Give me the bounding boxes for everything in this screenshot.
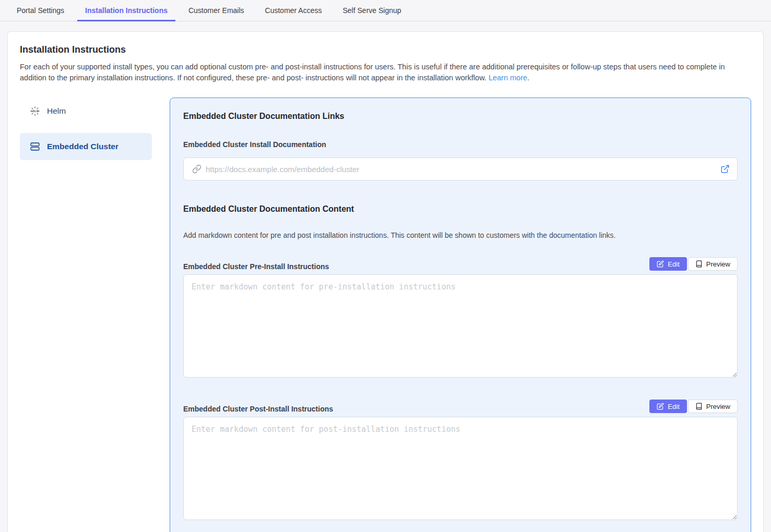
preview-button-label: Preview <box>706 403 730 410</box>
settings-tabbar: Portal Settings Installation Instruction… <box>0 0 771 21</box>
post-install-mode-toggle: Edit Preview <box>649 400 738 413</box>
install-type-nav: HELM Helm Embedded Cluster <box>20 98 152 168</box>
install-documentation-label: Embedded Cluster Install Documentation <box>183 140 738 149</box>
embedded-cluster-panel: Embedded Cluster Documentation Links Emb… <box>170 98 751 532</box>
preview-button-label: Preview <box>706 261 730 268</box>
page-description: For each of your supported install types… <box>20 62 745 83</box>
nav-item-label: Helm <box>47 106 66 116</box>
edit-icon <box>657 403 664 410</box>
post-install-textarea[interactable] <box>183 417 738 520</box>
tab-installation-instructions[interactable]: Installation Instructions <box>77 0 175 21</box>
install-documentation-input-wrap <box>183 158 738 180</box>
server-stack-icon <box>29 141 41 152</box>
svg-text:HELM: HELM <box>31 110 39 113</box>
learn-more-link[interactable]: Learn more <box>489 74 527 82</box>
post-install-label: Embedded Cluster Post-Install Instructio… <box>183 405 333 413</box>
pre-install-edit-button[interactable]: Edit <box>649 257 686 271</box>
nav-item-helm[interactable]: HELM Helm <box>20 98 152 125</box>
documentation-content-description: Add markdown content for pre and post in… <box>183 231 738 239</box>
nav-item-label: Embedded Cluster <box>47 142 118 151</box>
documentation-content-heading: Embedded Cluster Documentation Content <box>183 204 738 214</box>
edit-button-label: Edit <box>668 403 679 410</box>
pre-install-preview-button[interactable]: Preview <box>688 257 738 271</box>
pre-install-textarea[interactable] <box>183 274 738 378</box>
book-icon <box>695 260 703 268</box>
installation-instructions-card: Installation Instructions For each of yo… <box>7 31 764 532</box>
tab-portal-settings[interactable]: Portal Settings <box>9 0 72 21</box>
pre-install-label: Embedded Cluster Pre-Install Instruction… <box>183 262 329 271</box>
period: . <box>527 74 529 82</box>
edit-button-label: Edit <box>668 261 679 268</box>
helm-icon: HELM <box>29 105 41 117</box>
documentation-links-section: Embedded Cluster Documentation Links Emb… <box>183 112 738 180</box>
page-description-text: For each of your supported install types… <box>20 63 725 82</box>
pre-install-editor: Embedded Cluster Pre-Install Instruction… <box>183 257 738 380</box>
post-install-preview-button[interactable]: Preview <box>688 400 738 413</box>
open-external-link-button[interactable] <box>720 164 730 174</box>
pre-install-mode-toggle: Edit Preview <box>649 257 738 271</box>
post-install-edit-button[interactable]: Edit <box>649 400 686 413</box>
post-install-editor: Embedded Cluster Post-Install Instructio… <box>183 400 738 522</box>
install-documentation-url-input[interactable] <box>206 165 716 174</box>
link-icon <box>192 164 201 174</box>
tab-self-serve-signup[interactable]: Self Serve Signup <box>335 0 409 21</box>
tab-customer-access[interactable]: Customer Access <box>257 0 330 21</box>
edit-icon <box>657 260 664 268</box>
documentation-links-heading: Embedded Cluster Documentation Links <box>183 112 738 121</box>
page-title: Installation Instructions <box>20 44 751 55</box>
nav-item-embedded-cluster[interactable]: Embedded Cluster <box>20 133 152 160</box>
book-icon <box>695 403 703 410</box>
tab-customer-emails[interactable]: Customer Emails <box>181 0 252 21</box>
